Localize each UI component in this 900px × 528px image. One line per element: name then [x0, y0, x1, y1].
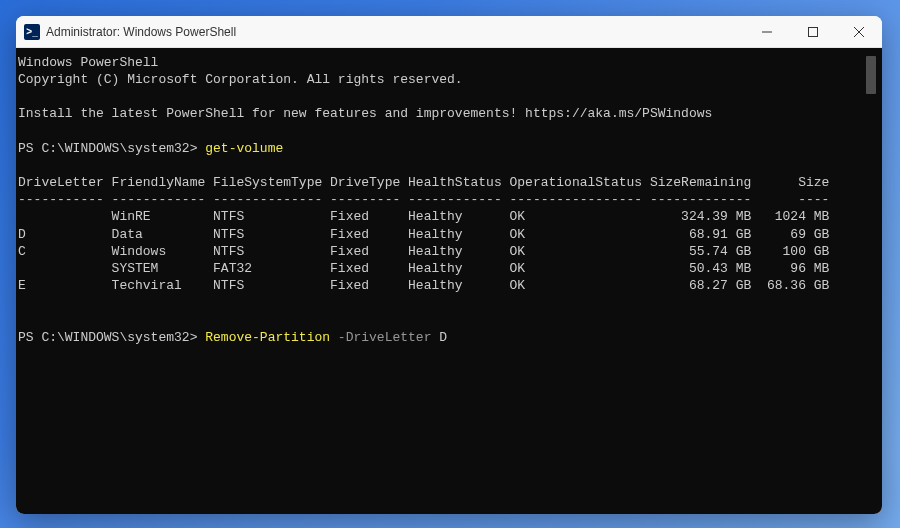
blank-line [18, 123, 864, 140]
header-line: Windows PowerShell [18, 54, 864, 71]
minimize-button[interactable] [744, 16, 790, 48]
prompt-prefix: PS C:\WINDOWS\system32> [18, 141, 205, 156]
install-msg-line: Install the latest PowerShell for new fe… [18, 105, 864, 122]
command-1: get-volume [205, 141, 283, 156]
prompt-prefix: PS C:\WINDOWS\system32> [18, 330, 205, 345]
copyright-line: Copyright (C) Microsoft Corporation. All… [18, 71, 864, 88]
titlebar[interactable]: >_ Administrator: Windows PowerShell [16, 16, 882, 48]
command-2-cmdlet: Remove-Partition [205, 330, 338, 345]
command-2-param: -DriveLetter [338, 330, 439, 345]
maximize-button[interactable] [790, 16, 836, 48]
close-button[interactable] [836, 16, 882, 48]
powershell-icon: >_ [24, 24, 40, 40]
blank-line [18, 88, 864, 105]
blank-line [18, 311, 864, 328]
powershell-icon-glyph: >_ [26, 26, 37, 37]
table-row: WinRE NTFS Fixed Healthy OK 324.39 MB 10… [18, 208, 864, 225]
table-row: C Windows NTFS Fixed Healthy OK 55.74 GB… [18, 243, 864, 260]
table-header: DriveLetter FriendlyName FileSystemType … [18, 174, 864, 191]
command-2-value: D [439, 330, 447, 345]
blank-line [18, 294, 864, 311]
maximize-icon [808, 27, 818, 37]
scrollbar-thumb[interactable] [866, 56, 876, 94]
prompt-line-1: PS C:\WINDOWS\system32> get-volume [18, 140, 864, 157]
powershell-window: >_ Administrator: Windows PowerShell Win… [16, 16, 882, 514]
window-controls [744, 16, 882, 48]
table-row: SYSTEM FAT32 Fixed Healthy OK 50.43 MB 9… [18, 260, 864, 277]
close-icon [854, 27, 864, 37]
prompt-line-2: PS C:\WINDOWS\system32> Remove-Partition… [18, 329, 864, 346]
terminal-area[interactable]: Windows PowerShellCopyright (C) Microsof… [16, 48, 882, 514]
svg-rect-0 [809, 27, 818, 36]
table-row: D Data NTFS Fixed Healthy OK 68.91 GB 69… [18, 226, 864, 243]
terminal-output[interactable]: Windows PowerShellCopyright (C) Microsof… [18, 54, 864, 508]
window-title: Administrator: Windows PowerShell [46, 25, 744, 39]
minimize-icon [762, 27, 772, 37]
blank-line [18, 157, 864, 174]
table-row: E Techviral NTFS Fixed Healthy OK 68.27 … [18, 277, 864, 294]
table-separator: ----------- ------------ -------------- … [18, 191, 864, 208]
scrollbar[interactable] [864, 54, 878, 508]
